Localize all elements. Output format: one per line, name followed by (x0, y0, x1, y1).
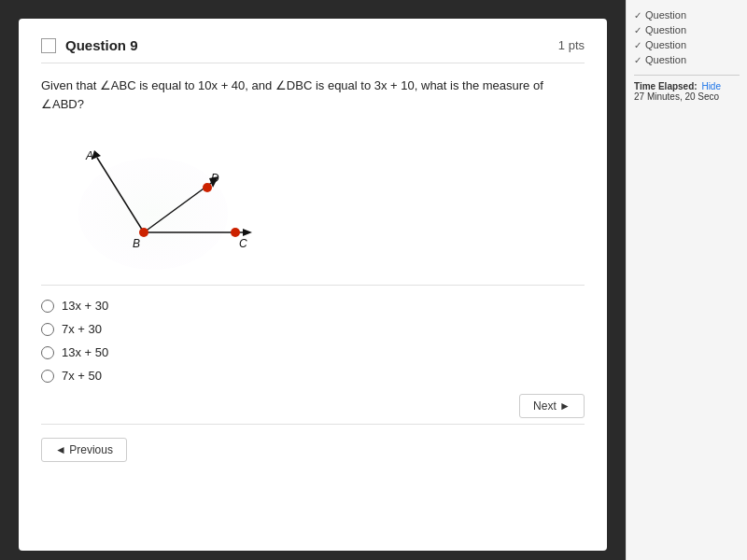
check-icon-1: ✓ (634, 10, 641, 21)
sidebar-label-1: Question (645, 9, 686, 21)
sidebar-label-4: Question (645, 54, 686, 65)
svg-point-0 (78, 158, 228, 270)
option-label-1: 13x + 30 (62, 299, 108, 313)
label-b: B (133, 237, 140, 250)
sidebar-label-3: Question (645, 39, 686, 50)
next-btn-container: Next ► (41, 388, 585, 418)
arrow-c (243, 229, 252, 236)
option-item-4[interactable]: 7x + 50 (41, 369, 585, 383)
option-label-4: 7x + 50 (62, 369, 102, 383)
question-card: Question 9 1 pts Given that ∠ABC is equa… (19, 19, 607, 551)
question-title: Question 9 (65, 37, 138, 53)
time-section: Time Elapsed: Hide 27 Minutes, 20 Seco (634, 75, 740, 102)
check-icon-2: ✓ (634, 25, 641, 35)
main-content: Question 9 1 pts Given that ∠ABC is equa… (0, 0, 626, 560)
sidebar-item-1[interactable]: ✓ Question (634, 9, 740, 21)
question-text-line2: ∠ABD? (41, 97, 84, 111)
point-b (139, 228, 148, 237)
radio-3[interactable] (41, 346, 54, 359)
label-a: A (85, 149, 93, 162)
time-elapsed-row: Time Elapsed: Hide (634, 81, 740, 91)
point-c (231, 228, 240, 237)
label-c: C (239, 237, 247, 250)
bottom-nav: ◄ Previous (41, 438, 585, 462)
hide-link[interactable]: Hide (701, 81, 721, 91)
separator2 (41, 424, 585, 425)
time-value: 27 Minutes, 20 Seco (634, 91, 740, 102)
previous-button[interactable]: ◄ Previous (41, 438, 127, 462)
check-icon-4: ✓ (634, 55, 641, 65)
option-label-3: 13x + 50 (62, 345, 108, 359)
sidebar: ✓ Question ✓ Question ✓ Question ✓ Quest… (626, 0, 747, 560)
option-item-1[interactable]: 13x + 30 (41, 299, 585, 313)
sidebar-label-2: Question (645, 24, 686, 35)
sidebar-item-4[interactable]: ✓ Question (634, 54, 740, 65)
options-list: 13x + 30 7x + 30 13x + 50 7x + 50 (41, 299, 585, 383)
next-button[interactable]: Next ► (519, 394, 585, 418)
option-label-2: 7x + 30 (62, 322, 102, 336)
geometry-diagram: A B D C (69, 130, 275, 270)
sidebar-item-3[interactable]: ✓ Question (634, 39, 740, 50)
question-pts: 1 pts (558, 38, 585, 52)
check-icon-3: ✓ (634, 40, 641, 50)
diagram-svg: A B D C (69, 130, 275, 270)
question-text-line1: Given that ∠ABC is equal to 10x + 40, an… (41, 78, 543, 92)
question-body: Given that ∠ABC is equal to 10x + 40, an… (41, 77, 585, 113)
question-checkbox (41, 38, 56, 53)
radio-1[interactable] (41, 300, 54, 313)
question-header: Question 9 1 pts (41, 37, 585, 63)
label-d: D (211, 172, 219, 185)
radio-4[interactable] (41, 370, 54, 383)
question-title-area: Question 9 (41, 37, 138, 53)
sidebar-item-2[interactable]: ✓ Question (634, 24, 740, 35)
option-item-2[interactable]: 7x + 30 (41, 322, 585, 336)
time-label: Time Elapsed: (634, 81, 698, 91)
radio-2[interactable] (41, 323, 54, 336)
option-item-3[interactable]: 13x + 50 (41, 345, 585, 359)
separator1 (41, 285, 585, 286)
